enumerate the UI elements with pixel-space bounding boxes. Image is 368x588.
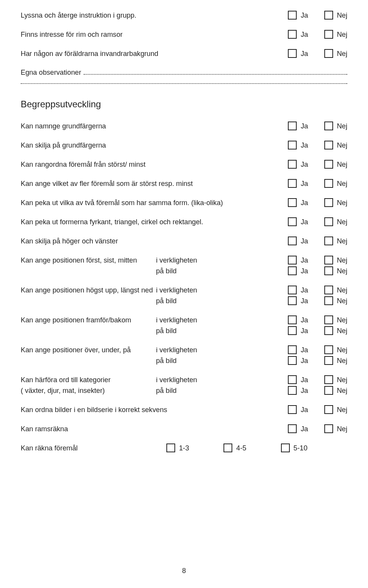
checkbox-yes[interactable] — [288, 296, 297, 305]
no-option: Nej — [324, 256, 347, 265]
no-label: Nej — [337, 122, 347, 131]
checkbox-yes[interactable] — [288, 424, 297, 433]
question-sub: i verkligheten — [153, 376, 239, 384]
yes-option: Ja — [288, 237, 308, 246]
checkbox-no[interactable] — [324, 345, 333, 354]
question-pair-0-line2: på bild Ja Nej — [21, 266, 347, 276]
yes-label: Ja — [301, 267, 308, 276]
no-option: Nej — [324, 386, 347, 395]
question-note: ( växter, djur, mat, insekter) — [21, 386, 153, 395]
yes-label: Ja — [301, 386, 308, 395]
yes-option: Ja — [288, 160, 308, 169]
checkbox-no[interactable] — [324, 198, 333, 207]
observations-line-2[interactable] — [21, 79, 347, 84]
checkbox-yes[interactable] — [288, 356, 297, 365]
checkbox-no[interactable] — [324, 405, 333, 414]
checkbox-no[interactable] — [324, 326, 333, 335]
question-pair-3-line2: på bild Ja Nej — [21, 356, 347, 365]
checkbox-count[interactable] — [281, 443, 290, 452]
question-row-mid-6: Kan skilja på höger och vänster Ja Nej — [21, 237, 347, 246]
checkbox-no[interactable] — [324, 122, 333, 130]
no-option: Nej — [324, 179, 347, 188]
checkbox-yes[interactable] — [288, 286, 297, 294]
checkbox-no[interactable] — [324, 160, 333, 169]
checkbox-no[interactable] — [324, 141, 333, 149]
question-row-top-2: Har någon av föräldrarna invandrarbakgru… — [21, 49, 347, 58]
checkbox-no[interactable] — [324, 179, 333, 188]
checkbox-yes[interactable] — [288, 375, 297, 384]
no-option: Nej — [324, 198, 347, 207]
yes-label: Ja — [301, 141, 308, 150]
checkbox-no[interactable] — [324, 30, 333, 39]
question-main: Kan ange positioner över, under, på — [21, 346, 153, 355]
checkbox-no[interactable] — [324, 286, 333, 294]
checkbox-yes[interactable] — [288, 326, 297, 335]
checkbox-yes[interactable] — [288, 237, 297, 245]
checkbox-no[interactable] — [324, 266, 333, 275]
no-label: Nej — [337, 316, 347, 325]
no-option: Nej — [324, 237, 347, 246]
checkbox-yes[interactable] — [288, 315, 297, 324]
checkbox-no[interactable] — [324, 256, 333, 264]
checkbox-count[interactable] — [223, 443, 232, 452]
yes-option: Ja — [288, 217, 308, 227]
checkbox-yes[interactable] — [288, 122, 297, 130]
question-pair-0-line1: Kan ange positionen först, sist, mitten … — [21, 256, 347, 265]
checkbox-yes[interactable] — [288, 11, 297, 20]
no-label: Nej — [337, 30, 347, 39]
checkbox-no[interactable] — [324, 49, 333, 58]
question-note — [21, 327, 153, 335]
checkbox-no[interactable] — [324, 386, 333, 395]
checkbox-yes[interactable] — [288, 256, 297, 264]
yes-option: Ja — [288, 405, 308, 414]
no-label: Nej — [337, 406, 347, 414]
observations-line-1[interactable] — [84, 70, 347, 75]
yes-label: Ja — [301, 237, 308, 246]
checkbox-no[interactable] — [324, 315, 333, 324]
question-text: Kan ordna bilder i en bildserie i korrek… — [21, 406, 167, 414]
checkbox-yes[interactable] — [288, 405, 297, 414]
section-title: Begreppsutveckling — [21, 99, 347, 110]
checkbox-no[interactable] — [324, 11, 333, 20]
question-pair-4-line2: ( växter, djur, mat, insekter) på bild J… — [21, 386, 347, 395]
checkbox-yes[interactable] — [288, 198, 297, 207]
yes-option: Ja — [288, 30, 308, 39]
yes-label: Ja — [301, 199, 308, 207]
no-label: Nej — [337, 160, 347, 169]
no-label: Nej — [337, 218, 347, 227]
checkbox-yes[interactable] — [288, 266, 297, 275]
question-text: Kan rangordna föremål från störst/ minst — [21, 160, 146, 169]
question-sub: i verkligheten — [153, 256, 239, 265]
no-option: Nej — [324, 49, 347, 58]
checkbox-yes[interactable] — [288, 49, 297, 58]
question-sub: på bild — [153, 386, 239, 395]
checkbox-yes[interactable] — [288, 345, 297, 354]
no-label: Nej — [337, 237, 347, 246]
checkbox-yes[interactable] — [288, 217, 297, 226]
checkbox-no[interactable] — [324, 375, 333, 384]
checkbox-yes[interactable] — [288, 141, 297, 149]
checkbox-yes[interactable] — [288, 160, 297, 169]
no-option: Nej — [324, 326, 347, 335]
count-option-label: 5-10 — [294, 444, 307, 453]
question-sub: i verkligheten — [153, 346, 239, 355]
checkbox-no[interactable] — [324, 217, 333, 226]
checkbox-no[interactable] — [324, 424, 333, 433]
checkbox-no[interactable] — [324, 356, 333, 365]
question-text: Kan peka ut vilka av två föremål som har… — [21, 199, 223, 207]
question-pair-3-line1: Kan ange positioner över, under, på i ve… — [21, 345, 347, 355]
checkbox-yes[interactable] — [288, 30, 297, 39]
checkbox-count[interactable] — [166, 443, 175, 452]
checkbox-no[interactable] — [324, 237, 333, 245]
count-label: Kan räkna föremål — [21, 444, 166, 453]
yes-label: Ja — [301, 122, 308, 131]
yes-label: Ja — [301, 346, 308, 355]
question-text: Finns intresse för rim och ramsor — [21, 30, 123, 39]
no-label: Nej — [337, 267, 347, 276]
question-main: Kan härföra ord till kategorier — [21, 376, 153, 384]
checkbox-yes[interactable] — [288, 179, 297, 188]
no-option: Nej — [324, 345, 347, 355]
checkbox-yes[interactable] — [288, 386, 297, 395]
no-label: Nej — [337, 286, 347, 295]
checkbox-no[interactable] — [324, 296, 333, 305]
